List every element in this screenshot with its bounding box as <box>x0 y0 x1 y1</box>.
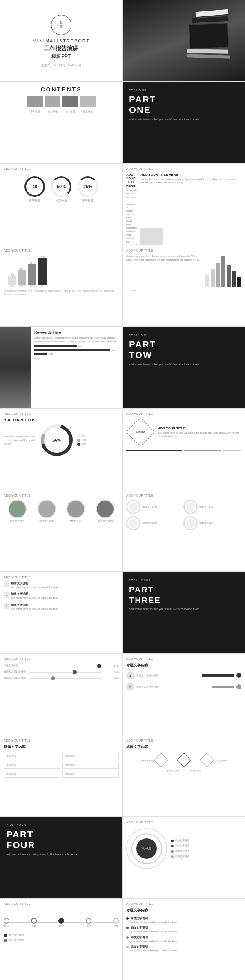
part-three-heading: PARTTHREE <box>129 584 238 606</box>
text-cols-content: ADD YOUR TITLE HERE Six words from 1a an… <box>126 173 241 245</box>
tl-node-2: 2016 <box>31 918 37 927</box>
bullet-sub-3: add words here so that you would like he… <box>131 940 177 943</box>
stair-item-3: 30% Part 3 <box>28 262 36 287</box>
city-image <box>0 327 31 408</box>
tl-item-text-2: 销售文字说明 <box>9 938 24 942</box>
text-cols-title: ADD YOUR TITLE <box>126 167 241 171</box>
vbar-4 <box>221 256 225 287</box>
book-stack <box>187 11 236 72</box>
bullet-dot-4 <box>126 946 129 948</box>
legend-dot-2 <box>77 439 80 442</box>
svg-text:66%: 66% <box>53 438 61 443</box>
circle-item-3: 25% 添加标题 <box>78 176 98 203</box>
work-overview-desc: add words here so that you would like he… <box>158 431 241 438</box>
circle-val-2: 50% <box>57 184 66 189</box>
bullet-dot-3 <box>126 936 129 939</box>
cp-circle-3 <box>67 500 85 518</box>
cp-item-1: 销售文字说明 <box>8 500 27 523</box>
stair-item-2: 20% Part 2 <box>18 268 26 287</box>
tl-label-5: 2019 <box>114 925 118 927</box>
bar-chart-text: Choose six words from 1a and write a sen… <box>126 254 202 287</box>
pie-text: The text is to add words here so that yo… <box>4 435 36 446</box>
flow-row-1: 标题文字内容 70% <box>4 664 119 668</box>
tl-circle-2 <box>31 918 37 924</box>
flow-row-2: 请输入人员姓名组织 50% <box>4 670 119 674</box>
slide-circle-photos: ADD YOUR TITLE 销售文字说明 销售文字说明 销售文字说明 销售文字… <box>0 490 122 572</box>
kbar-val-3: 15% <box>48 353 53 355</box>
ov-bar-1 <box>126 450 182 451</box>
flow-pct-3: 30% <box>102 677 119 679</box>
tl-item-2: 销售文字说明 <box>4 938 119 942</box>
dflow-diamond-1 <box>154 753 168 767</box>
slide-part-one: PART ONE PARTONE add words here so that … <box>122 82 245 163</box>
rc-inner-3 <box>129 519 138 528</box>
slide-stair-bars: ADD YOUR TITLE 10% Part 1 20% Part 2 30%… <box>0 245 122 327</box>
tag-3: 文字内容 <box>4 771 60 778</box>
ca-dot-2 <box>171 845 174 847</box>
cp-item-4: 销售文字说明 <box>96 500 114 523</box>
contents-label-3: 输入标题 <box>62 110 78 114</box>
tl-circle-3 <box>58 918 64 924</box>
slide-book-photo <box>122 0 245 82</box>
flow-line-2 <box>29 672 101 673</box>
cp-label-1: 销售文字说明 <box>10 519 24 523</box>
tag-4: 文字内容 <box>62 753 119 760</box>
part-three-label: PART THREE <box>129 578 238 581</box>
text-tags-cols: 文字内容 文字内容 文字内容 文字内容 文字内容 文字内容 <box>4 753 119 778</box>
keyword-bars: 50% 90% 15% <box>34 345 119 355</box>
circle-line2: 简 <box>60 25 63 29</box>
ring-circles-title: ADD YOUR TITLE <box>126 494 241 497</box>
arrow-list-cols: › 销售文字说明 add words here so that you woul… <box>4 581 119 610</box>
num-bar-1 <box>202 674 234 677</box>
ring-circles-grid: 销售文字说明 销售文字说明 销售文字说明 销售文字说明 <box>126 500 241 530</box>
tl-sq-2 <box>4 939 7 942</box>
slide-part-two: PART TOW PARTTOW add words here so that … <box>122 327 245 408</box>
diamond-container: 工作概述 <box>126 418 155 446</box>
slide-part-three: PART THREE PARTTHREE add words here so t… <box>122 572 245 653</box>
kbar-val-1: 50% <box>78 345 83 348</box>
ca-dot-1 <box>171 840 174 842</box>
pie-chart: 66% <box>40 424 73 457</box>
arrow-item-1: › 销售文字说明 add words here so that you woul… <box>4 581 119 589</box>
tl-label-2: 2016 <box>31 925 36 927</box>
timeline-track: 2015 2016 2017 2018 2019 <box>4 918 119 927</box>
circle-photos-title: ADD YOUR TITLE <box>4 494 119 497</box>
arrow-item-2: › 销售文字说明 add words here so that you woul… <box>4 592 119 599</box>
circle-center-text: 添加内容 <box>142 847 151 851</box>
slide-ring-circles: ADD YOUR TITLE 销售文字说明 销售文字说明 销售文字说明 <box>122 490 245 572</box>
slide-bullet-list: ADD YOUR TITLE 标题文字内容 添加文字说明 add words h… <box>122 898 245 980</box>
tl-circle-1 <box>4 918 9 924</box>
arrow-icon-2: › <box>4 592 9 598</box>
slide-text-tags: ADD YOUR TITLE 标题文字内容 文字内容 文字内容 文字内容 文字内… <box>0 735 122 817</box>
stair-item-1: 10% Part 1 <box>8 274 16 287</box>
circle-item-1: 40 添加标题 <box>24 176 45 203</box>
tl-node-4: 2018 <box>86 918 91 927</box>
num-dot-1 <box>236 673 241 678</box>
dflow-label-1: 添加文字说明 <box>136 759 153 762</box>
numbered-subtitle: 标题文字内容 <box>126 663 241 668</box>
text-tags-subtitle: 标题文字内容 <box>4 744 119 750</box>
flow-row-label-1: 标题文字内容 <box>4 664 28 668</box>
text-col-2-body: Six words from 1a and write a sentence. … <box>140 178 241 185</box>
inner-circle: 添加内容 <box>136 838 157 859</box>
diamond-label: 工作概述 <box>136 430 145 434</box>
thumb-4 <box>80 96 96 107</box>
slide-arrow-list: ADD YOUR TITLE › 销售文字说明 add words here s… <box>0 572 122 653</box>
tl-label-1: 2015 <box>4 925 9 927</box>
num-circle-1: 1 <box>126 671 134 679</box>
arrow-item-3: › 销售文字说明 add words here so that you woul… <box>4 603 119 610</box>
bullet-item-2: 添加文字说明 add words here so that you would … <box>126 926 241 933</box>
title-cn2: 模板PPT <box>51 53 71 60</box>
part-four-desc: add words here so that you would like he… <box>7 853 116 856</box>
kbar-row-3: 15% <box>34 353 119 355</box>
bullet-sub-2: add words here so that you would like he… <box>131 930 177 933</box>
circles-title: ADD YOUR TITLE <box>4 167 119 172</box>
circles-group: 40 添加标题 50% 添加标题 25% 添加标题 <box>4 176 119 203</box>
circle-val-1: 40 <box>32 184 37 189</box>
stair-part-2: Part 2 <box>19 285 24 287</box>
part-two-desc: add words here so that you would like he… <box>129 363 238 366</box>
slide-pie: ADD YOUR TITLE ADD YOUR TITLE The text i… <box>0 408 122 490</box>
arrow-text-2: 销售文字说明 add words here so that you would … <box>11 592 58 599</box>
circle-ring-2: 50% <box>51 176 71 197</box>
tl-node-5: 2019 <box>113 918 119 927</box>
